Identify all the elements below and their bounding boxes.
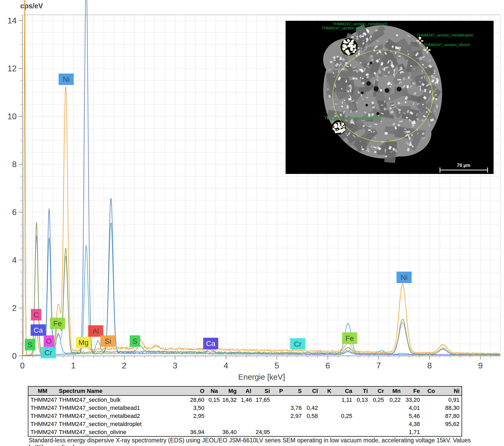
- column-header-mn: Mn: [386, 386, 403, 395]
- table-cell: [333, 404, 354, 412]
- x-tick-label: 0: [20, 361, 25, 370]
- x-tick-label: 6: [325, 361, 330, 370]
- table-cell: [206, 412, 220, 420]
- table-cell: 4,01: [403, 404, 422, 412]
- table-cell: 88,30: [437, 404, 462, 412]
- table-cell: 17,65: [253, 395, 272, 404]
- element-marker-ni: Ni: [59, 73, 74, 85]
- spectrum-name-cell: THMM247_section_metalbead1: [57, 404, 182, 412]
- table-cell: [239, 420, 253, 428]
- table-cell: [239, 404, 253, 412]
- column-header-ti: Ti: [354, 386, 370, 395]
- column-header-na: Na: [206, 386, 220, 395]
- table-cell: 0,22: [386, 395, 403, 404]
- table-row: THMM247THMM247_section_metaldroplet4,389…: [28, 420, 462, 428]
- table-cell: [272, 412, 285, 420]
- spectrum-name-cell: THMM247_section_metaldroplet: [57, 420, 182, 428]
- table-caption: Standard-less energy dispersive X-ray sp…: [29, 437, 471, 446]
- table-cell: 0,91: [437, 395, 462, 404]
- svg-text:Cr: Cr: [294, 340, 302, 348]
- table-cell: [386, 420, 403, 428]
- table-head: MMSpectrum NameONaMgAlSiPSClKCaTiCrMnFeC…: [28, 386, 462, 395]
- x-tick-label: 1: [71, 361, 76, 370]
- table-cell: 36,40: [220, 428, 239, 436]
- column-header-ni: Ni: [437, 386, 462, 395]
- column-header-s: S: [285, 386, 304, 395]
- table-cell: 16,32: [220, 395, 239, 404]
- table-cell: [354, 420, 370, 428]
- svg-text:C: C: [34, 311, 39, 319]
- table-cell: [422, 420, 437, 428]
- x-axis-title: Energie [keV]: [238, 373, 285, 381]
- table-cell: [239, 428, 253, 436]
- table-cell: [206, 420, 220, 428]
- table-cell: [320, 412, 333, 420]
- table-cell: [333, 420, 354, 428]
- y-tick-label: 12: [7, 64, 17, 73]
- table-cell: [354, 428, 370, 436]
- column-header-co: Co: [422, 386, 437, 395]
- table-cell: 0,25: [333, 412, 354, 420]
- column-header-cr: Cr: [370, 386, 386, 395]
- y-tick-label: 4: [12, 255, 17, 265]
- element-marker-s: S: [25, 339, 35, 350]
- table-cell: 95,62: [437, 420, 462, 428]
- table-cell: 1,71: [403, 428, 422, 436]
- table-cell: 33,20: [403, 395, 422, 404]
- column-header-p: P: [272, 386, 285, 395]
- table-cell: [333, 428, 354, 436]
- y-tick-label: 6: [12, 208, 17, 217]
- table-row: THMM247THMM247_section_metalbead13,503,7…: [28, 404, 462, 412]
- table-cell: [272, 395, 285, 404]
- svg-text:Cr: Cr: [45, 349, 52, 357]
- table-cell: [285, 428, 304, 436]
- element-marker-ni: Ni: [396, 272, 412, 283]
- table-cell: 3,76: [285, 404, 304, 412]
- table-cell: [370, 412, 386, 420]
- table-cell: 0,58: [304, 412, 320, 420]
- table-cell: [272, 428, 285, 436]
- table-cell: THMM247: [28, 420, 57, 428]
- table-cell: 24,95: [253, 428, 272, 436]
- element-marker-cr: Cr: [290, 338, 305, 350]
- svg-text:Mg: Mg: [78, 338, 89, 347]
- table-cell: 0,13: [354, 395, 370, 404]
- sem-annotation-label: THMM247_section_metalbead2: [324, 115, 380, 120]
- table-cell: [320, 395, 333, 404]
- spectrum-name-cell: THMM247_section_bulk: [57, 395, 182, 404]
- quantification-table: MMSpectrum NameONaMgAlSiPSClKCaTiCrMnFeC…: [28, 386, 462, 437]
- eds-report-page: { "chart": { "y_unit_label": "cps/eV", "…: [0, 0, 504, 446]
- element-marker-cr: Cr: [41, 347, 56, 358]
- element-marker-mg: Mg: [76, 337, 91, 348]
- column-header-o: O: [182, 386, 206, 395]
- table-row: THMM247THMM247_section_olivine36,9436,40…: [28, 428, 462, 436]
- table-cell: [239, 412, 253, 420]
- table-cell: 0,15: [206, 395, 220, 404]
- table-cell: 1,11: [333, 395, 354, 404]
- table-cell: THMM247: [28, 412, 57, 420]
- y-tick-label: 10: [7, 112, 17, 121]
- table-cell: 0,42: [304, 404, 320, 412]
- svg-text:S: S: [28, 341, 33, 349]
- y-tick-label: 14: [7, 16, 17, 25]
- table-body: THMM247THMM247_section_bulk28,600,1516,3…: [28, 395, 462, 436]
- table-cell: 2,97: [285, 412, 304, 420]
- column-header-spectrum-name: Spectrum Name: [57, 386, 182, 395]
- sem-inset-image: THMM247_section_metalbead1THMM247_sectio…: [286, 17, 494, 174]
- element-marker-fe: Fe: [342, 332, 357, 344]
- metalbead1-blob: [341, 38, 358, 55]
- column-header-fe: Fe: [403, 386, 422, 395]
- table-cell: [182, 420, 206, 428]
- scale-bar-label: 70 µm: [457, 163, 470, 168]
- table-cell: [285, 395, 304, 404]
- element-marker-ca: Ca: [31, 324, 46, 336]
- x-tick-label: 4: [224, 361, 228, 370]
- element-marker-al: Al: [88, 325, 103, 337]
- table-cell: [272, 404, 285, 412]
- element-marker-c: C: [31, 309, 41, 321]
- column-header-k: K: [320, 386, 333, 395]
- x-tick-label: 9: [478, 361, 483, 370]
- sem-annotation-label: THMM247_section_olivine: [424, 42, 470, 47]
- table-cell: 87,80: [437, 412, 462, 420]
- table-cell: 4,38: [403, 420, 422, 428]
